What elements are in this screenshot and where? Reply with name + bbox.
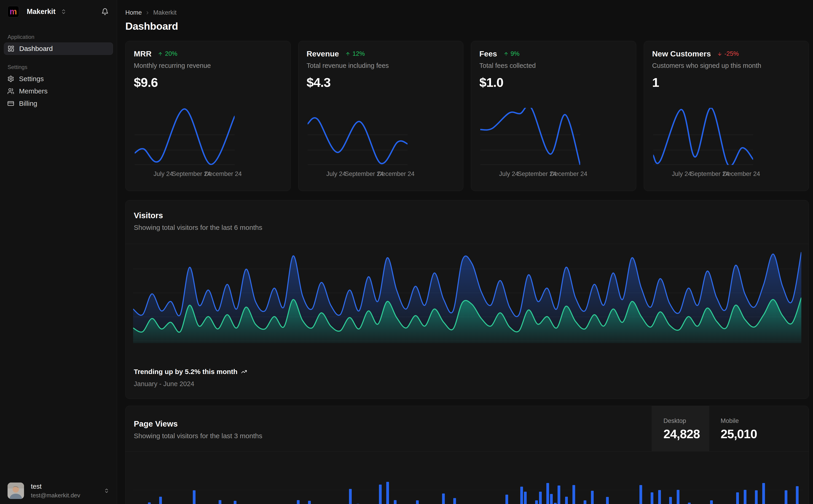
- stat-subtitle: Total revenue including fees: [307, 62, 455, 69]
- user-name: test: [31, 483, 80, 490]
- x-tick: December 24: [550, 170, 587, 178]
- bar: [379, 485, 382, 504]
- user-menu[interactable]: test test@makerkit.dev: [8, 483, 109, 499]
- new-customers-sparkline-chart: [653, 108, 753, 165]
- bar: [308, 501, 311, 504]
- visitors-trend-text: Trending up by 5.2% this month: [134, 368, 238, 376]
- sidebar-item-billing[interactable]: Billing: [4, 97, 113, 110]
- bar: [442, 493, 445, 504]
- tab-desktop[interactable]: Desktop 24,828: [652, 406, 709, 451]
- visitors-area-chart: [133, 248, 801, 343]
- bar: [539, 492, 542, 504]
- desktop-total: 24,828: [664, 427, 709, 441]
- nav-section-application: Application: [8, 34, 117, 40]
- workspace-name: Makerkit: [27, 8, 56, 16]
- chevrons-up-down-icon: [104, 488, 109, 493]
- breadcrumb-current: Makerkit: [153, 9, 176, 16]
- page-views-bar-chart: [133, 451, 803, 504]
- mobile-total: 25,010: [721, 427, 809, 441]
- mrr-sparkline-chart: [135, 108, 235, 165]
- bar: [669, 497, 672, 504]
- bar: [505, 495, 508, 504]
- user-email: test@makerkit.dev: [31, 492, 80, 499]
- bar: [554, 503, 557, 504]
- bar: [386, 482, 389, 504]
- workspace-selector[interactable]: m Makerkit: [0, 0, 117, 17]
- stat-title: Revenue: [307, 49, 339, 58]
- tab-mobile[interactable]: Mobile 25,010: [709, 406, 809, 451]
- stat-subtitle: Total fees collected: [479, 62, 628, 69]
- sidebar-item-settings[interactable]: Settings: [4, 73, 113, 85]
- nav-section-settings: Settings: [8, 64, 117, 70]
- logo-letter: m: [10, 8, 17, 16]
- credit-card-icon: [7, 100, 14, 107]
- stat-subtitle: Customers who signed up this month: [652, 62, 801, 69]
- stat-delta: 9%: [504, 50, 519, 57]
- stat-card-new-customers: New Customers -25% Customers who signed …: [644, 41, 809, 191]
- main-content: Home Makerkit Dashboard MRR 20% Monthly …: [117, 0, 813, 504]
- x-tick: July 24: [326, 170, 346, 178]
- bar: [535, 500, 538, 504]
- bar: [785, 490, 787, 504]
- bar: [297, 500, 300, 504]
- bar: [524, 492, 527, 504]
- sidebar-item-label: Billing: [19, 100, 37, 107]
- stat-value: 1: [652, 75, 801, 90]
- bar: [744, 490, 747, 504]
- stat-title: Fees: [479, 49, 497, 58]
- bar: [159, 497, 162, 504]
- bar: [606, 497, 609, 504]
- bar: [796, 486, 799, 504]
- page-views-subtitle: Showing total visitors for the last 3 mo…: [134, 432, 262, 440]
- x-tick: December 24: [205, 170, 242, 178]
- bar: [453, 498, 456, 504]
- x-tick: July 24: [499, 170, 519, 178]
- bar: [736, 492, 739, 504]
- page-views-card: Page Views Showing total visitors for th…: [125, 406, 809, 504]
- stat-value: $9.6: [134, 75, 282, 90]
- bar: [565, 497, 568, 504]
- bar: [710, 500, 713, 504]
- stat-delta: 12%: [345, 50, 365, 57]
- bar: [349, 489, 352, 504]
- sidebar-item-members[interactable]: Members: [4, 85, 113, 97]
- bar: [148, 502, 151, 504]
- sidebar-item-label: Members: [19, 87, 48, 95]
- fees-sparkline-chart: [480, 108, 580, 165]
- x-tick: December 24: [377, 170, 414, 178]
- bar: [557, 485, 560, 504]
- bar: [640, 485, 642, 504]
- x-tick: July 24: [672, 170, 692, 178]
- visitors-card: Visitors Showing total visitors for the …: [125, 200, 809, 399]
- bar: [546, 483, 549, 504]
- arrow-up-icon: [345, 51, 350, 56]
- stat-card-revenue: Revenue 12% Total revenue including fees…: [298, 41, 464, 191]
- stat-delta: 20%: [158, 50, 177, 57]
- bell-icon[interactable]: [101, 8, 109, 15]
- bar: [688, 503, 691, 504]
- sidebar-item-label: Dashboard: [19, 45, 53, 53]
- bar: [394, 500, 397, 504]
- page-title: Dashboard: [125, 20, 809, 32]
- gear-icon: [7, 75, 14, 82]
- bar: [193, 490, 195, 504]
- bar: [651, 492, 654, 504]
- bar: [550, 494, 553, 504]
- users-icon: [7, 88, 14, 95]
- chevrons-up-down-icon[interactable]: [61, 9, 66, 15]
- visitors-date-range: January - June 2024: [134, 380, 247, 388]
- stat-subtitle: Monthly recurring revenue: [134, 62, 282, 69]
- page-views-title: Page Views: [134, 419, 262, 428]
- dashboard-icon: [8, 45, 14, 52]
- makerkit-logo: m: [8, 6, 19, 17]
- stat-value: $1.0: [479, 75, 628, 90]
- revenue-sparkline-chart: [308, 108, 408, 165]
- bar: [591, 491, 594, 504]
- breadcrumb-home-link[interactable]: Home: [125, 9, 142, 16]
- visitors-title: Visitors: [134, 211, 262, 220]
- bar: [416, 500, 419, 504]
- bar: [583, 500, 586, 504]
- arrow-up-icon: [504, 51, 509, 56]
- chevron-right-icon: [145, 10, 150, 15]
- sidebar-item-dashboard[interactable]: Dashboard: [4, 42, 113, 55]
